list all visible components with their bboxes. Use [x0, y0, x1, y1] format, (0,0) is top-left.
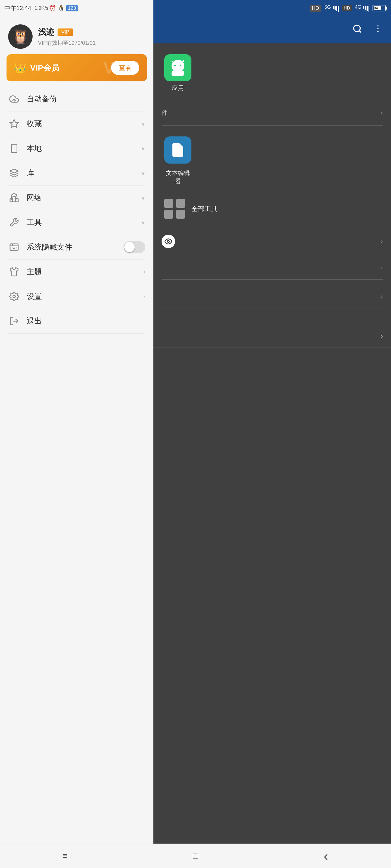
- svg-rect-8: [10, 244, 18, 250]
- local-label: 本地: [27, 143, 134, 154]
- right-panel-header: [153, 16, 391, 43]
- menu-item-library[interactable]: 库 ∨: [0, 161, 153, 185]
- svg-marker-4: [10, 169, 18, 173]
- hd-right-badge: HD: [342, 5, 352, 11]
- theme-arrow: ›: [143, 268, 145, 275]
- all-tools-section[interactable]: 全部工具: [153, 191, 391, 227]
- eye-icon: [162, 235, 175, 248]
- home-nav-button[interactable]: □: [187, 848, 204, 864]
- avatar: 🦉: [8, 24, 33, 49]
- menu-item-favorites[interactable]: 收藏 ∨: [0, 112, 153, 136]
- tools-label: 工具: [27, 217, 134, 227]
- library-label: 库: [27, 168, 134, 178]
- bottom-navigation: ≡ □ ‹: [0, 844, 391, 868]
- network-icon: [8, 192, 20, 204]
- layers-icon: [8, 167, 20, 179]
- user-name-row: 浅迹 VIP: [38, 27, 95, 38]
- back-nav-button[interactable]: ‹: [318, 848, 334, 864]
- user-profile-section: 🦉 浅迹 VIP VIP有效期至1970/01/01: [0, 16, 153, 54]
- menu-item-network[interactable]: 网络 ∨: [0, 186, 153, 210]
- cloud-icon: [8, 93, 20, 105]
- status-icons: ⏰ 🐧 123: [49, 5, 78, 11]
- vip-expiry: VIP有效期至1970/01/01: [38, 39, 95, 46]
- network-chevron: ∨: [141, 194, 145, 201]
- file-item-label: 件: [162, 109, 381, 117]
- right-list-item-eye[interactable]: ›: [153, 227, 391, 256]
- right-panel-content: 应用 件 › 文本编辑器: [153, 43, 391, 868]
- menu-section: 自动备份 收藏 ∨ 本地 ∨: [0, 87, 153, 334]
- list-arrow-1: ›: [381, 109, 383, 117]
- status-bar-left: 中午12:44 1.9K/s ⏰ 🐧 123: [0, 0, 153, 16]
- svg-point-11: [14, 248, 15, 249]
- svg-line-15: [359, 30, 361, 32]
- menu-item-local[interactable]: 本地 ∨: [0, 136, 153, 161]
- text-editor-label: 文本编辑器: [164, 169, 191, 185]
- list-arrow-3: ›: [381, 293, 383, 300]
- all-tools-label: 全部工具: [191, 205, 218, 213]
- eye-row-arrow: ›: [381, 238, 383, 245]
- menu-item-hidden-files[interactable]: 系统隐藏文件: [0, 235, 153, 259]
- menu-nav-button[interactable]: ≡: [57, 848, 73, 864]
- hd-badge: HD: [310, 5, 321, 12]
- user-name: 浅迹: [38, 27, 54, 38]
- crown-icon: 👑: [14, 62, 26, 73]
- vip-banner-text: VIP会员: [30, 62, 111, 73]
- right-panel: 应用 件 › 文本编辑器: [153, 16, 391, 844]
- home-square-icon: □: [193, 851, 198, 861]
- tshirt-icon: [8, 266, 20, 278]
- local-chevron: ∨: [141, 145, 145, 152]
- status-time: 中午12:44: [4, 4, 31, 12]
- menu-item-auto-backup[interactable]: 自动备份: [0, 87, 153, 111]
- hidden-files-toggle[interactable]: [123, 241, 145, 253]
- settings-arrow: ›: [143, 293, 145, 300]
- tools-chevron: ∨: [141, 219, 145, 226]
- right-list-item-4: ›: [153, 325, 391, 348]
- 4g-signal: 4G: [355, 4, 369, 12]
- more-options-icon[interactable]: [373, 24, 383, 36]
- app-item-android[interactable]: 应用: [164, 54, 191, 92]
- network-label: 网络: [27, 193, 134, 203]
- status-network: 1.9K/s: [34, 5, 48, 11]
- svg-rect-7: [13, 197, 16, 202]
- search-icon[interactable]: [353, 24, 362, 36]
- right-list-item-1: 件 ›: [153, 98, 391, 125]
- favorites-label: 收藏: [27, 119, 134, 129]
- library-chevron: ∨: [141, 169, 145, 177]
- settings-label: 设置: [27, 291, 137, 302]
- battery-indicator: 34: [372, 5, 386, 11]
- favorites-chevron: ∨: [141, 120, 145, 127]
- svg-point-17: [378, 28, 379, 29]
- app-label-apps: 应用: [172, 84, 184, 92]
- gear-icon: [8, 290, 20, 303]
- auto-backup-label: 自动备份: [27, 94, 145, 104]
- svg-point-18: [378, 31, 379, 32]
- menu-item-settings[interactable]: 设置 ›: [0, 284, 153, 309]
- apps-section: 应用: [153, 43, 391, 98]
- android-app-icon: [164, 54, 191, 82]
- hamburger-icon: ≡: [63, 851, 68, 861]
- 5g-signal: 5G: [325, 4, 339, 12]
- phone-icon: [8, 143, 20, 154]
- svg-point-12: [13, 296, 16, 298]
- qq-icon: 🐧: [58, 5, 65, 11]
- wrench-icon: [8, 216, 20, 228]
- drawer-panel: 🦉 浅迹 VIP VIP有效期至1970/01/01 👑 VIP会员 V 查看: [0, 16, 153, 844]
- alarm-icon: ⏰: [49, 5, 56, 11]
- star-icon: [8, 118, 20, 130]
- menu-item-theme[interactable]: 主题 ›: [0, 259, 153, 284]
- text-editor-icon: [164, 136, 191, 163]
- svg-point-14: [354, 25, 360, 31]
- logout-icon: [8, 315, 20, 327]
- svg-point-21: [168, 241, 169, 243]
- svg-marker-1: [10, 120, 18, 127]
- calendar-icon: 123: [66, 5, 78, 11]
- theme-label: 主题: [27, 267, 137, 277]
- vip-check-button[interactable]: 查看: [111, 61, 139, 75]
- all-tools-icon: [164, 199, 186, 219]
- vip-badge: VIP: [58, 29, 73, 36]
- back-icon: ‹: [324, 849, 328, 863]
- menu-item-tools[interactable]: 工具 ∨: [0, 210, 153, 235]
- vip-banner[interactable]: 👑 VIP会员 V 查看: [6, 54, 147, 82]
- menu-item-logout[interactable]: 退出: [0, 309, 153, 333]
- text-editor-section[interactable]: 文本编辑器: [153, 126, 202, 191]
